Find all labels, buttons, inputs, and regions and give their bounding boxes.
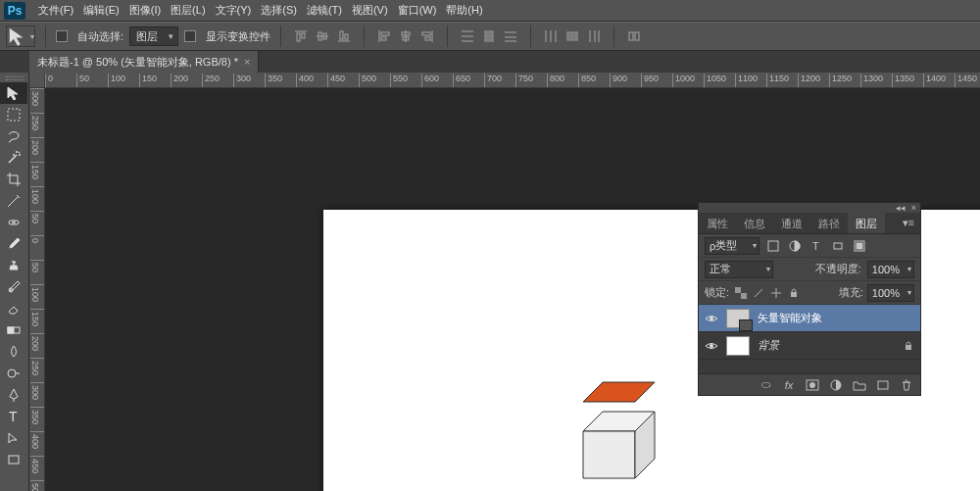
close-tab-icon[interactable]: × <box>244 56 250 68</box>
clone-stamp-tool[interactable] <box>0 255 27 276</box>
lasso-tool[interactable] <box>0 125 27 147</box>
adjustment-layer-icon[interactable] <box>828 377 844 393</box>
tab-info[interactable]: 信息 <box>736 213 773 233</box>
svg-rect-30 <box>567 32 569 40</box>
dist-top-icon[interactable] <box>458 26 477 46</box>
svg-text:T: T <box>812 240 819 252</box>
blur-tool[interactable] <box>0 341 27 363</box>
menu-filter[interactable]: 滤镜(T) <box>302 0 347 21</box>
layer-item[interactable]: 矢量智能对象 <box>699 305 920 332</box>
path-selection-tool[interactable] <box>0 427 27 449</box>
panel-close-icon[interactable]: × <box>911 203 916 213</box>
healing-brush-tool[interactable] <box>0 212 27 233</box>
menu-edit[interactable]: 编辑(E) <box>78 0 124 21</box>
menu-file[interactable]: 文件(F) <box>33 0 78 21</box>
dist-bottom-icon[interactable] <box>501 26 520 46</box>
dist-hcenter-icon[interactable] <box>563 26 582 46</box>
tab-layers[interactable]: 图层 <box>848 213 885 233</box>
marquee-tool[interactable] <box>0 104 27 125</box>
svg-rect-10 <box>381 32 389 35</box>
eyedropper-tool[interactable] <box>0 190 27 212</box>
show-transform-checkbox[interactable] <box>184 30 196 42</box>
dist-left-icon[interactable] <box>541 26 561 46</box>
menu-layer[interactable]: 图层(L) <box>166 0 210 21</box>
pen-tool[interactable] <box>0 384 27 406</box>
magic-wand-tool[interactable] <box>0 147 27 169</box>
new-layer-icon[interactable] <box>875 377 891 393</box>
menu-view[interactable]: 视图(V) <box>347 0 393 21</box>
lock-pixels-icon[interactable] <box>751 285 766 301</box>
dist-vcenter-icon[interactable] <box>479 26 499 46</box>
layer-name[interactable]: 矢量智能对象 <box>758 311 914 325</box>
fill-value[interactable]: 100% <box>867 284 914 302</box>
ruler-corner[interactable] <box>29 73 45 88</box>
layer-style-icon[interactable]: fx <box>781 377 797 393</box>
horizontal-ruler[interactable]: 0501001502002503003504004505005506006507… <box>45 73 980 88</box>
layer-kind-dropdown[interactable]: ρ 类型 <box>705 237 760 255</box>
type-tool[interactable]: T <box>0 406 27 427</box>
panel-menu-icon[interactable]: ▾≡ <box>897 213 920 233</box>
lock-fill-row: 锁定: 填充: 100% <box>699 281 920 305</box>
rectangle-tool[interactable] <box>0 449 27 470</box>
filter-pixel-icon[interactable] <box>765 238 781 254</box>
filter-adjust-icon[interactable] <box>787 238 803 254</box>
align-top-icon[interactable] <box>291 26 311 46</box>
visibility-toggle-icon[interactable] <box>705 312 718 325</box>
group-icon[interactable] <box>852 377 867 393</box>
svg-rect-38 <box>8 109 20 121</box>
svg-rect-59 <box>735 287 741 293</box>
layer-mask-icon[interactable] <box>805 377 820 393</box>
brush-tool[interactable] <box>0 233 27 255</box>
vertical-ruler[interactable]: 3002502001501005005010015020025030035040… <box>29 88 45 491</box>
menu-help[interactable]: 帮助(H) <box>441 0 487 21</box>
menu-window[interactable]: 窗口(W) <box>393 0 442 21</box>
align-bottom-icon[interactable] <box>334 26 354 46</box>
svg-text:T: T <box>9 409 18 424</box>
dodge-tool[interactable] <box>0 363 27 384</box>
tab-channels[interactable]: 通道 <box>773 213 810 233</box>
menu-select[interactable]: 选择(S) <box>256 0 302 21</box>
layers-footer: ⬭ fx <box>699 373 920 395</box>
align-hcenter-icon[interactable] <box>396 26 416 46</box>
align-left-icon[interactable] <box>374 26 394 46</box>
opacity-value[interactable]: 100% <box>867 261 914 278</box>
menu-image[interactable]: 图像(I) <box>124 0 166 21</box>
lock-all-icon[interactable] <box>786 285 802 301</box>
lock-transparency-icon[interactable] <box>733 285 749 301</box>
move-tool[interactable] <box>0 82 27 104</box>
auto-select-target-dropdown[interactable]: 图层 <box>129 26 178 46</box>
link-layers-icon[interactable]: ⬭ <box>758 377 773 393</box>
history-brush-tool[interactable] <box>0 276 27 298</box>
align-vcenter-icon[interactable] <box>313 26 332 46</box>
align-right-icon[interactable] <box>417 26 437 46</box>
auto-select-checkbox[interactable] <box>56 30 68 42</box>
tab-properties[interactable]: 属性 <box>699 213 736 233</box>
svg-point-45 <box>8 369 16 377</box>
lock-icon <box>903 340 914 352</box>
distribute-group-2 <box>541 26 604 46</box>
delete-layer-icon[interactable] <box>899 377 914 393</box>
crop-tool[interactable] <box>0 169 27 190</box>
dist-right-icon[interactable] <box>584 26 604 46</box>
eraser-tool[interactable] <box>0 298 27 319</box>
gradient-tool[interactable] <box>0 319 27 341</box>
layer-thumbnail[interactable] <box>726 336 750 356</box>
panel-collapse-icon[interactable]: ◂◂ <box>896 203 906 213</box>
menu-text[interactable]: 文字(Y) <box>211 0 257 21</box>
document-tab[interactable]: 未标题-1 @ 50% (矢量智能对象, RGB/8) * × <box>29 51 259 73</box>
tab-paths[interactable]: 路径 <box>810 213 848 233</box>
layer-thumbnail[interactable] <box>726 309 750 328</box>
blend-mode-dropdown[interactable]: 正常 <box>705 261 773 278</box>
filter-type-icon[interactable]: T <box>808 238 824 254</box>
layer-item[interactable]: 背景 <box>699 332 920 360</box>
lock-position-icon[interactable] <box>768 285 784 301</box>
filter-shape-icon[interactable] <box>830 238 846 254</box>
toolbox-grip[interactable] <box>0 74 28 82</box>
auto-align-icon[interactable] <box>624 26 644 46</box>
layer-name[interactable]: 背景 <box>758 338 895 353</box>
svg-rect-17 <box>425 37 430 40</box>
current-tool-indicator[interactable]: ▾ <box>6 25 35 47</box>
filter-smart-icon[interactable] <box>852 238 867 254</box>
svg-rect-2 <box>302 33 305 38</box>
visibility-toggle-icon[interactable] <box>705 339 718 353</box>
